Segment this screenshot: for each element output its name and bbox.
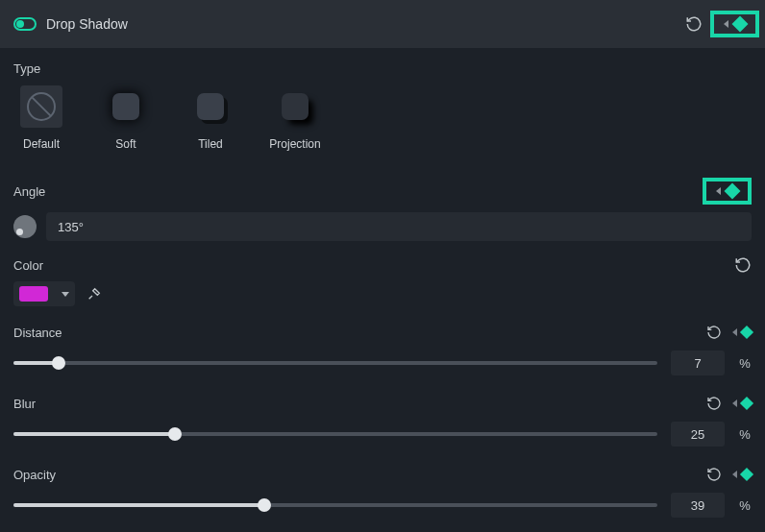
opacity-unit: %: [738, 498, 752, 513]
type-swatch-soft: [105, 85, 147, 128]
distance-label: Distance: [13, 326, 62, 340]
type-option-label: Tiled: [183, 137, 238, 151]
keyframe-prev-icon: [732, 471, 737, 478]
keyframe-prev-icon: [724, 20, 728, 28]
opacity-slider[interactable]: [13, 503, 657, 507]
angle-label: Angle: [13, 184, 45, 199]
keyframe-diamond-icon: [725, 183, 741, 200]
eyedropper-icon[interactable]: [86, 286, 102, 302]
type-options: Default Soft Tiled Projection: [13, 85, 752, 151]
distance-unit: %: [738, 356, 752, 371]
keyframe-diamond-icon: [740, 326, 753, 339]
keyframe-prev-icon: [732, 399, 737, 407]
type-option-projection[interactable]: Projection: [267, 85, 323, 151]
keyframe-prev-icon: [732, 328, 737, 336]
reset-icon[interactable]: [685, 15, 703, 33]
color-reset-icon[interactable]: [734, 256, 752, 274]
blur-row: Blur 25 %: [13, 395, 752, 447]
color-label: Color: [13, 258, 43, 273]
opacity-label: Opacity: [13, 468, 56, 482]
opacity-value[interactable]: 39: [671, 493, 725, 518]
header-controls: [685, 11, 759, 37]
angle-keyframe-button[interactable]: [703, 178, 752, 205]
color-swatch: [19, 286, 48, 302]
blur-label: Blur: [13, 397, 36, 411]
type-option-tiled[interactable]: Tiled: [183, 85, 238, 151]
panel-title: Drop Shadow: [46, 16, 128, 32]
blur-reset-icon[interactable]: [705, 395, 723, 412]
panel-keyframe-button[interactable]: [710, 11, 759, 37]
type-option-soft[interactable]: Soft: [98, 85, 154, 151]
type-swatch-projection: [274, 85, 316, 128]
chevron-down-icon: [62, 292, 69, 297]
angle-input[interactable]: 135°: [46, 212, 752, 241]
blur-value[interactable]: 25: [671, 422, 725, 447]
blur-slider[interactable]: [13, 432, 657, 436]
blur-keyframe-button[interactable]: [732, 399, 752, 408]
type-option-label: Projection: [267, 137, 323, 151]
opacity-keyframe-button[interactable]: [732, 470, 752, 479]
type-option-label: Soft: [98, 137, 154, 151]
keyframe-diamond-icon: [740, 397, 753, 410]
color-picker-button[interactable]: [13, 281, 75, 306]
type-swatch-tiled: [189, 85, 232, 128]
opacity-reset-icon[interactable]: [705, 466, 723, 483]
angle-body: 135°: [13, 212, 752, 241]
angle-dial[interactable]: [13, 215, 37, 238]
type-swatch-default: [20, 85, 62, 128]
opacity-row: Opacity 39 %: [13, 466, 752, 518]
enable-toggle[interactable]: [13, 17, 37, 31]
type-label: Type: [13, 61, 752, 76]
angle-value: 135°: [58, 220, 84, 234]
type-option-label: Default: [13, 137, 69, 151]
angle-head: Angle: [13, 178, 752, 205]
type-option-default[interactable]: Default: [13, 85, 69, 151]
keyframe-prev-icon: [716, 187, 721, 195]
slider-fill: [13, 432, 175, 436]
distance-slider[interactable]: [13, 361, 657, 365]
color-body: [13, 281, 752, 306]
keyframe-diamond-icon: [732, 16, 749, 33]
slider-fill: [13, 503, 264, 507]
color-head: Color: [13, 256, 752, 274]
blur-unit: %: [738, 427, 752, 442]
slider-thumb[interactable]: [258, 498, 271, 512]
distance-reset-icon[interactable]: [705, 324, 723, 341]
slider-thumb[interactable]: [168, 427, 182, 441]
distance-keyframe-button[interactable]: [732, 327, 752, 337]
angle-row: Angle 135°: [13, 178, 752, 241]
distance-value[interactable]: 7: [671, 351, 725, 375]
distance-row: Distance 7 %: [13, 324, 752, 375]
keyframe-diamond-icon: [740, 468, 753, 481]
panel-header: Drop Shadow: [0, 0, 765, 48]
slider-thumb[interactable]: [52, 356, 65, 370]
